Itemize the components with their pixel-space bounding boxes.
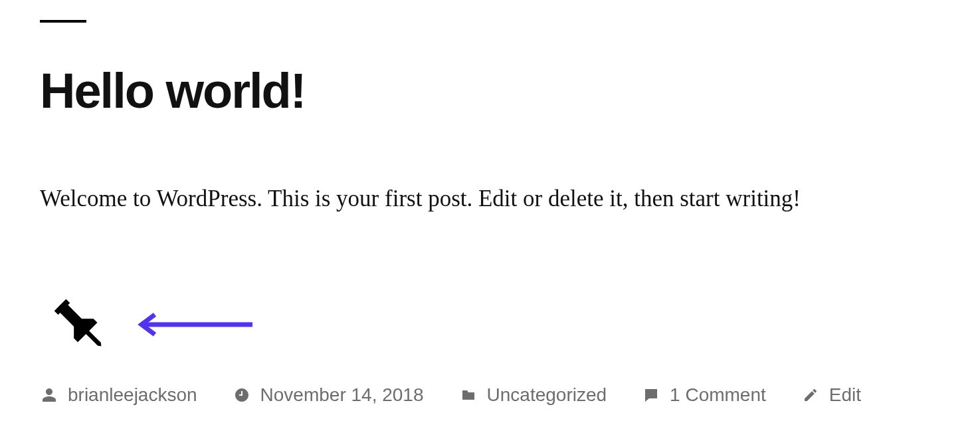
meta-edit[interactable]: Edit [803, 384, 861, 406]
post-title[interactable]: Hello world! [40, 63, 940, 119]
meta-date[interactable]: November 14, 2018 [234, 384, 424, 406]
post-excerpt: Welcome to WordPress. This is your first… [40, 182, 940, 215]
post-title-text: Hello world! [40, 63, 305, 118]
meta-category-text: Uncategorized [487, 384, 607, 406]
sticky-pin-row [40, 291, 940, 358]
folder-icon [460, 387, 476, 403]
pin-icon [47, 291, 113, 358]
meta-author[interactable]: brianleejackson [41, 384, 197, 406]
comment-icon [643, 387, 659, 403]
person-icon [41, 387, 57, 403]
pencil-icon [803, 387, 819, 403]
annotation-arrow-icon [136, 311, 252, 338]
post-meta: brianleejackson November 14, 2018 Uncate… [40, 384, 940, 406]
header-divider [40, 20, 86, 23]
meta-author-text: brianleejackson [68, 384, 197, 406]
meta-date-text: November 14, 2018 [260, 384, 424, 406]
meta-category[interactable]: Uncategorized [460, 384, 607, 406]
clock-icon [234, 387, 250, 403]
meta-edit-text: Edit [829, 384, 861, 406]
meta-comments[interactable]: 1 Comment [643, 384, 766, 406]
meta-comments-text: 1 Comment [670, 384, 766, 406]
